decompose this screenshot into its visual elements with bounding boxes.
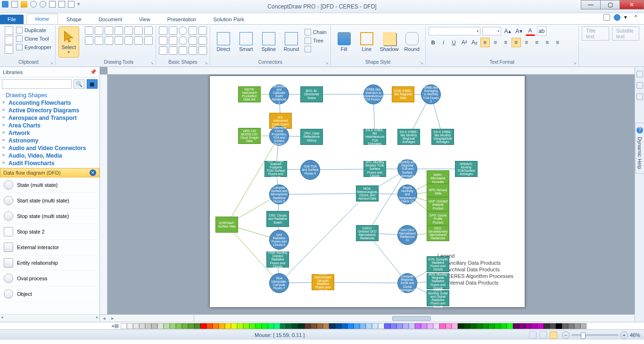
color-swatch[interactable] — [495, 323, 501, 329]
dfd-node[interactable]: INSTR: Instrument Production Data Set — [238, 86, 261, 102]
shape-icon[interactable] — [198, 26, 207, 35]
zoom-out-button[interactable]: − — [562, 331, 570, 339]
tree-item[interactable]: Audio, Video, Media — [2, 152, 98, 159]
rail-icon[interactable] — [636, 93, 643, 100]
color-swatch[interactable] — [225, 323, 231, 329]
color-swatch[interactable] — [151, 323, 157, 329]
stencil-item[interactable]: Stop state (multi state) — [0, 209, 99, 224]
color-swatch[interactable] — [317, 323, 323, 329]
color-swatch[interactable] — [164, 323, 170, 329]
tool-icon[interactable] — [115, 36, 123, 45]
qat-dropdown-icon[interactable]: ▾ — [77, 1, 84, 8]
cut-icon[interactable] — [5, 26, 13, 35]
tree-item[interactable]: Aerospace and Transport — [2, 114, 98, 122]
qat-icon[interactable] — [2, 1, 8, 8]
color-swatch[interactable] — [464, 323, 470, 329]
tab-solution-park[interactable]: Solution Park — [205, 15, 252, 24]
stencil-item[interactable]: Oval process — [0, 271, 99, 286]
color-swatch[interactable] — [415, 323, 421, 329]
shape-icon[interactable] — [159, 36, 167, 45]
color-swatch[interactable] — [274, 323, 280, 329]
round-connector[interactable]: Round — [281, 26, 302, 58]
tree-item[interactable]: Active Directory Diagrams — [2, 107, 98, 114]
search-button[interactable]: 🔍 — [74, 79, 85, 89]
color-swatch[interactable] — [378, 323, 384, 329]
search-input[interactable] — [2, 79, 72, 89]
chevron-down-icon[interactable]: ▾ — [624, 14, 631, 21]
color-swatch[interactable] — [403, 323, 409, 329]
subscript-button[interactable]: A₂ — [470, 38, 479, 47]
select-tool[interactable]: Select ▾ — [58, 26, 79, 58]
dfd-node[interactable]: FSW: Monthly Gridded Radiative Fluxes an… — [266, 252, 289, 268]
shape-icon[interactable] — [179, 26, 187, 35]
dfd-node[interactable]: ES-9: ERBE-like Monthly Regional Average… — [397, 129, 420, 145]
hand-icon[interactable] — [529, 331, 537, 339]
shape-icon[interactable] — [169, 36, 177, 45]
tool-icon[interactable] — [95, 36, 103, 45]
color-swatch[interactable] — [206, 323, 213, 329]
color-swatch[interactable] — [305, 323, 311, 329]
minimize-button[interactable]: — — [581, 0, 601, 9]
color-swatch[interactable] — [354, 323, 360, 329]
color-swatch[interactable] — [262, 323, 268, 329]
color-swatch[interactable] — [268, 323, 274, 329]
color-swatch[interactable] — [513, 323, 519, 329]
qat-icon[interactable] — [68, 1, 74, 8]
dfd-node[interactable]: Grid TOA and Surface Fluxes 9 — [300, 160, 320, 180]
tool-icon[interactable] — [134, 26, 143, 35]
dfd-node[interactable]: ES-8: ERBE-like Instantaneous TOA Estima… — [363, 129, 386, 145]
grow-font-icon[interactable]: A▴ — [503, 26, 512, 36]
tab-presentation[interactable]: Presentation — [159, 15, 205, 24]
direct-connector[interactable]: Direct — [213, 26, 234, 58]
title-text-box[interactable]: Title text — [582, 26, 609, 41]
align-bot-button[interactable]: ≡ — [532, 38, 542, 47]
underline-button[interactable]: U — [449, 38, 459, 47]
chevron-up-icon[interactable]: ^ — [635, 14, 641, 21]
sheet-next[interactable]: ▸ — [108, 315, 117, 321]
help-icon[interactable] — [614, 14, 620, 21]
color-swatch[interactable] — [133, 323, 139, 329]
shrink-font-icon[interactable]: A▾ — [514, 26, 524, 36]
color-swatch[interactable] — [519, 323, 525, 329]
color-swatch[interactable] — [384, 323, 390, 329]
color-swatch[interactable] — [574, 323, 580, 329]
tool-icon[interactable] — [124, 36, 133, 45]
qat-redo-icon[interactable] — [40, 1, 46, 8]
tool-icon[interactable] — [85, 36, 93, 45]
stencil-item[interactable]: State (multi state) — [0, 177, 99, 193]
highlight-icon[interactable]: ab — [537, 26, 546, 36]
shape-icon[interactable] — [198, 46, 207, 55]
color-swatch[interactable] — [139, 323, 145, 329]
close-section-icon[interactable]: ✕ — [90, 169, 96, 176]
spline-connector[interactable]: Spline — [258, 26, 279, 58]
line-button[interactable]: Line — [356, 26, 377, 58]
color-swatch[interactable] — [396, 323, 403, 329]
smart-connector[interactable]: Smart — [236, 26, 256, 58]
dfd-node[interactable]: ES-4: ERBE-like Monthly Geographical Ave… — [431, 129, 454, 145]
color-swatch[interactable] — [329, 323, 335, 329]
align-left-button[interactable]: ≡ — [480, 38, 490, 47]
chain-button[interactable]: Chain — [304, 28, 328, 36]
color-swatch[interactable] — [531, 323, 537, 329]
dfd-node[interactable]: ZAVG: Monthly Zonal and Global Radiative… — [427, 290, 449, 306]
tool-icon[interactable] — [144, 26, 153, 35]
dfd-node[interactable]: SSF: Single Scanner Footprint TOA/ Surfa… — [264, 161, 287, 177]
dfd-node[interactable]: CRS: Clouds and Radiative Swath — [266, 211, 289, 227]
copy-icon[interactable] — [5, 36, 13, 44]
tab-document[interactable]: Document — [90, 15, 131, 24]
stencil-section-header[interactable]: Data flow diagram (DFD) ✕ — [0, 168, 99, 177]
dfd-node[interactable]: EID6: ERBE-like Regional Data — [392, 86, 414, 102]
rail-icon[interactable] — [636, 71, 643, 77]
stencil-item[interactable]: External interactor — [0, 240, 99, 255]
qat-save-icon[interactable] — [11, 1, 18, 8]
align-mid-button[interactable]: ≡ — [522, 38, 531, 47]
shape-icon[interactable] — [159, 46, 167, 55]
dfd-node[interactable]: ERBE-like Inversion to Instantaneous TOA… — [363, 84, 383, 104]
align-center-button[interactable]: ≡ — [491, 38, 500, 47]
color-swatch[interactable] — [176, 323, 182, 329]
color-swatch[interactable] — [311, 323, 317, 329]
dfd-node[interactable]: Grid Radiative Fluxes and Clouds 6 — [269, 230, 289, 250]
color-swatch[interactable] — [280, 323, 286, 329]
align-top-button[interactable]: ≡ — [512, 38, 521, 47]
fit-icon[interactable] — [550, 331, 557, 339]
